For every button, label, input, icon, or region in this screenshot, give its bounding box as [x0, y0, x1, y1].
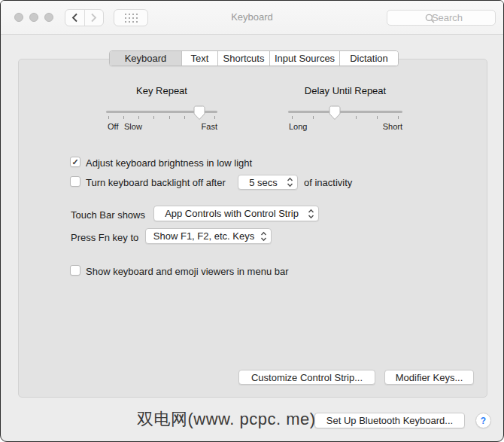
touch-bar-popup-value: App Controls with Control Strip [165, 208, 299, 219]
tab-shortcuts[interactable]: Shortcuts [217, 51, 269, 66]
backlight-suffix-label: of inactivity [304, 177, 352, 188]
key-repeat-title: Key Repeat [106, 85, 217, 96]
fn-key-popup-value: Show F1, F2, etc. Keys [153, 230, 254, 242]
fn-key-label: Press Fn key to [71, 232, 138, 243]
tab-text[interactable]: Text [181, 51, 217, 66]
search-field [387, 10, 496, 26]
keyboard-preferences-window: Keyboard Keyboard Text Shortcuts Input S… [0, 0, 504, 442]
touch-bar-label: Touch Bar shows [71, 209, 145, 221]
backlight-delay-popup[interactable]: 5 secs [238, 175, 298, 190]
key-repeat-slider-thumb[interactable] [193, 105, 205, 120]
tab-dictation[interactable]: Dictation [339, 51, 398, 66]
touch-bar-popup[interactable]: App Controls with Control Strip [153, 206, 319, 221]
titlebar: Keyboard [1, 1, 503, 35]
backlight-checkbox-label: Turn keyboard backlight off after [86, 177, 226, 188]
stepper-icon [287, 178, 293, 187]
key-repeat-slider: Off Slow Fast [106, 105, 217, 134]
fn-key-popup[interactable]: Show F1, F2, etc. Keys [145, 228, 272, 244]
viewers-checkbox-label: Show keyboard and emoji viewers in menu … [86, 266, 289, 277]
viewers-checkbox[interactable] [70, 265, 80, 276]
watermark-text: 双电网(www. pcpc. me) [137, 408, 316, 431]
delay-label-short: Short [383, 122, 402, 131]
modifier-keys-button[interactable]: Modifier Keys... [384, 370, 474, 385]
tab-keyboard[interactable]: Keyboard [110, 51, 181, 66]
setup-bluetooth-keyboard-button[interactable]: Set Up Bluetooth Keyboard... [314, 413, 465, 428]
delay-slider-thumb[interactable] [329, 105, 341, 120]
brightness-checkbox[interactable]: ✓ [70, 157, 80, 167]
help-button[interactable]: ? [475, 413, 491, 428]
checkmark-icon: ✓ [71, 157, 78, 167]
delay-slider-track[interactable] [288, 111, 402, 113]
delay-slider-ticks [292, 116, 399, 119]
delay-until-repeat-title: Delay Until Repeat [282, 85, 408, 96]
backlight-delay-value: 5 secs [249, 177, 278, 188]
delay-label-long: Long [289, 122, 307, 131]
brightness-checkbox-label: Adjust keyboard brightness in low light [86, 157, 252, 169]
customize-control-strip-button[interactable]: Customize Control Strip... [238, 370, 375, 385]
stepper-icon [260, 231, 267, 241]
question-mark-icon: ? [481, 416, 486, 426]
stepper-icon [308, 209, 314, 218]
tabbar: Keyboard Text Shortcuts Input Sources Di… [109, 50, 399, 66]
key-repeat-label-slow: Slow [124, 122, 142, 131]
backlight-checkbox[interactable] [70, 176, 80, 187]
key-repeat-label-off: Off [108, 122, 118, 131]
delay-until-repeat-slider: Long Short [288, 105, 402, 134]
search-input[interactable] [387, 11, 495, 25]
key-repeat-label-fast: Fast [202, 122, 217, 131]
tab-input-sources[interactable]: Input Sources [269, 51, 339, 66]
